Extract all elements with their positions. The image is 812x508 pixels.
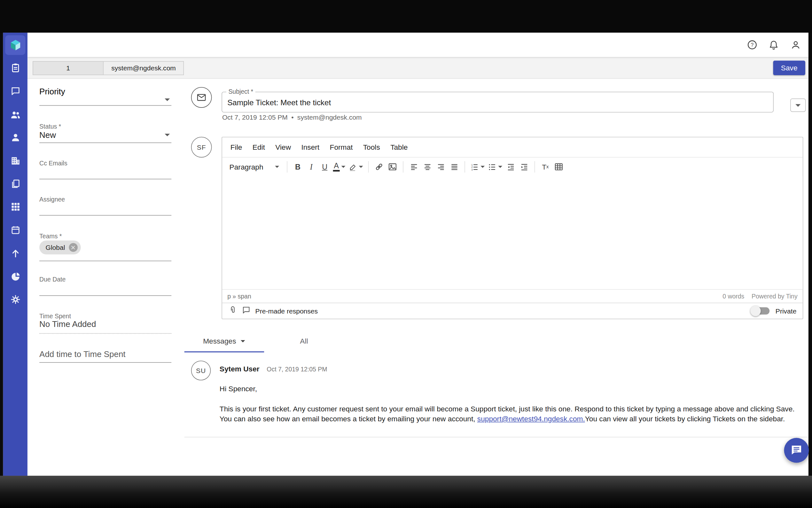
ticket-email-tab[interactable]: system@ngdesk.com (104, 61, 184, 75)
reply-editor: File Edit View Insert Format Tools Table… (222, 137, 803, 319)
private-toggle[interactable] (752, 307, 769, 315)
toolbar-separator (534, 161, 535, 173)
reports-pie-icon[interactable] (3, 265, 28, 288)
premade-responses-label[interactable]: Pre-made responses (255, 307, 318, 315)
chevron-down-icon (341, 166, 346, 168)
remove-team-icon[interactable]: ✕ (69, 243, 78, 252)
message-greeting: Hi Spencer, (220, 384, 257, 393)
editor-menubar: File Edit View Insert Format Tools Table (222, 137, 803, 157)
letterbox-left (0, 33, 3, 476)
text-color-button[interactable]: A (332, 160, 347, 174)
ticket-number-tab[interactable]: 1 (33, 61, 104, 75)
save-button[interactable]: Save (773, 61, 805, 75)
sidebar-nav (3, 33, 28, 476)
status-dropdown-icon[interactable] (164, 134, 170, 136)
align-center-icon[interactable] (420, 160, 434, 174)
underline-button[interactable]: U (318, 160, 332, 174)
help-icon[interactable]: ? (746, 39, 758, 50)
message-avatar-initials: SU (196, 367, 206, 374)
modules-grid-icon[interactable] (3, 196, 28, 218)
priority-select[interactable] (39, 105, 171, 106)
teams-label: Teams * (39, 232, 171, 240)
menu-tools[interactable]: Tools (358, 140, 385, 154)
priority-dropdown-icon[interactable] (164, 98, 170, 101)
companies-icon[interactable] (3, 149, 28, 172)
menu-insert[interactable]: Insert (296, 140, 325, 154)
menu-view[interactable]: View (270, 140, 296, 154)
insert-image-icon[interactable] (386, 160, 399, 174)
ticket-meta: Oct 7, 2019 12:05 PM • system@ngdesk.com (222, 114, 362, 121)
align-justify-icon[interactable] (447, 160, 461, 174)
settings-gear-icon[interactable] (3, 288, 28, 311)
logo-cube-icon[interactable] (5, 35, 25, 55)
tickets-icon[interactable] (3, 57, 28, 80)
clear-formatting-button[interactable]: Tx (539, 160, 552, 174)
insert-table-icon[interactable] (552, 160, 566, 174)
live-chat-icon[interactable] (3, 80, 28, 103)
top-header-bar: ? (28, 33, 809, 57)
import-arrow-icon[interactable] (3, 242, 28, 265)
editor-statusbar: p » span 0 words Powered by Tiny (222, 289, 803, 303)
italic-button[interactable]: I (305, 160, 318, 174)
insert-link-icon[interactable] (373, 160, 386, 174)
notifications-icon[interactable] (768, 39, 779, 50)
knowledge-base-icon[interactable] (3, 172, 28, 196)
teams-input[interactable] (39, 261, 171, 261)
tab-all[interactable]: All (264, 330, 344, 352)
subject-field[interactable]: Subject * Sample Ticket: Meet the ticket (222, 92, 774, 113)
user-icon[interactable] (3, 126, 28, 149)
menu-file[interactable]: File (225, 140, 247, 154)
account-icon[interactable] (790, 39, 801, 50)
due-date-input[interactable] (39, 295, 171, 296)
ticket-created-at: Oct 7, 2019 12:05 PM (222, 114, 288, 121)
highlight-color-button[interactable] (347, 160, 365, 174)
teams-icon[interactable] (3, 103, 28, 126)
bold-button[interactable]: B (291, 160, 304, 174)
status-select-value[interactable]: New (39, 130, 171, 140)
live-chat-fab[interactable] (784, 438, 809, 463)
cc-emails-input[interactable] (39, 179, 171, 179)
assignee-label: Assignee (39, 196, 171, 203)
align-right-icon[interactable] (434, 160, 447, 174)
add-time-input[interactable] (39, 350, 171, 363)
letterbox-top (0, 0, 812, 33)
calendar-icon[interactable] (3, 218, 28, 242)
clear-format-x: x (546, 164, 548, 170)
assignee-input[interactable] (39, 215, 171, 216)
meta-separator: • (291, 114, 293, 121)
outdent-icon[interactable] (504, 160, 517, 174)
sidebar-icons (3, 57, 28, 311)
message-body: This is your first ticket. Any customer … (220, 405, 798, 424)
menu-table[interactable]: Table (385, 140, 413, 154)
text-color-glyph: A (334, 162, 339, 170)
composer-avatar-initials: SF (197, 143, 206, 151)
attach-file-icon[interactable] (228, 305, 237, 316)
open-ticket-tab[interactable]: 1 system@ngdesk.com (33, 61, 184, 75)
menu-edit[interactable]: Edit (247, 140, 270, 154)
bullet-list-button[interactable] (486, 160, 504, 174)
chevron-down-icon (241, 340, 245, 342)
message-divider (185, 437, 809, 438)
support-email-link[interactable]: support@newtest94.ngdesk.com. (477, 415, 585, 423)
editor-content-area[interactable] (222, 176, 803, 289)
priority-label: Priority (39, 87, 171, 96)
collapse-ticket-button[interactable] (790, 98, 806, 112)
header-actions: ? (746, 39, 808, 50)
toolbar-separator (287, 161, 287, 173)
editor-toolbar: Paragraph B I U A (222, 157, 803, 176)
indent-icon[interactable] (517, 160, 531, 174)
tab-messages[interactable]: Messages (185, 330, 264, 352)
align-left-icon[interactable] (407, 160, 420, 174)
chevron-down-icon (795, 104, 801, 107)
element-path[interactable]: p » span (227, 292, 251, 300)
chevron-down-icon (498, 166, 502, 168)
subject-value: Sample Ticket: Meet the ticket (227, 98, 331, 107)
premade-responses-icon[interactable] (242, 305, 251, 316)
menu-format[interactable]: Format (325, 140, 358, 154)
tab-all-label: All (300, 337, 308, 345)
block-format-select[interactable]: Paragraph (225, 160, 283, 174)
message-body-text-after: You can view all your tickets by clickin… (585, 415, 785, 423)
subject-label: Subject * (226, 88, 255, 95)
numbered-list-button[interactable]: 1 2 3 (469, 160, 486, 174)
team-chip[interactable]: Global ✕ (39, 241, 81, 255)
